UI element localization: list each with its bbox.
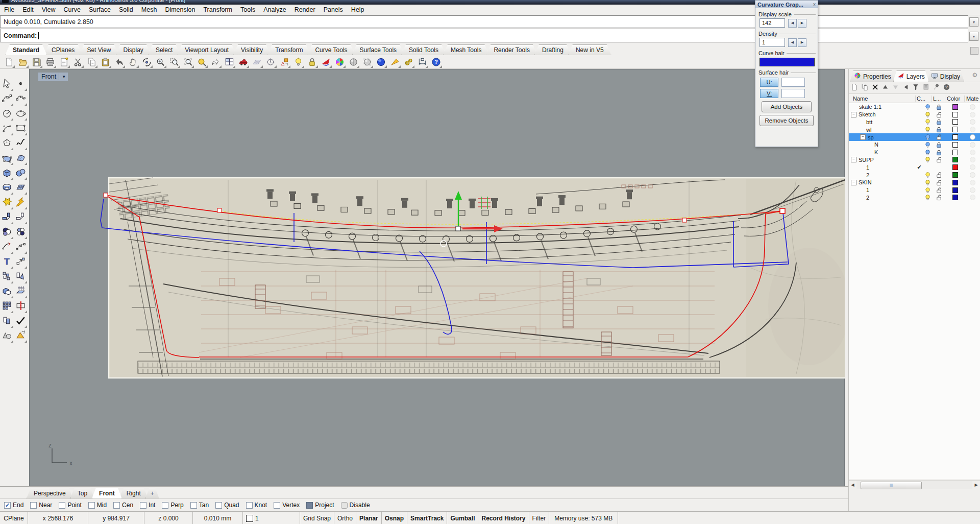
layer-lock-icon[interactable] <box>932 134 945 140</box>
osnap-int-checkbox[interactable] <box>140 502 146 509</box>
front-viewport[interactable]: z x Front ▼ <box>29 69 845 486</box>
status-toggle-gumball[interactable]: Gumball <box>447 512 478 524</box>
move-up-icon[interactable] <box>881 83 889 93</box>
render-sphere-icon[interactable] <box>348 56 359 68</box>
dimension-icon[interactable] <box>416 56 428 68</box>
layer-visibility-bulb-icon[interactable] <box>923 149 932 156</box>
u-hair-color-swatch[interactable] <box>781 78 805 87</box>
toolbar-tab-standard[interactable]: Standard <box>5 44 47 55</box>
scrollbar-track[interactable]: ||| <box>856 481 972 489</box>
zoom-window-icon[interactable] <box>168 56 180 68</box>
open-file-icon[interactable] <box>17 56 29 68</box>
toolbar-tab-solid-tools[interactable]: Solid Tools <box>401 44 446 55</box>
layer-row-1[interactable]: 1 <box>849 186 980 194</box>
scroll-right-icon[interactable]: ▶ <box>972 481 980 489</box>
new-file-icon[interactable] <box>3 56 15 68</box>
layer-color-swatch[interactable] <box>952 150 958 155</box>
solid-union-icon[interactable] <box>0 283 13 298</box>
pan-icon[interactable] <box>127 56 139 68</box>
ellipse-icon[interactable] <box>14 106 27 121</box>
menu-file[interactable]: File <box>0 5 18 14</box>
expand-collapse-icon[interactable]: − <box>860 134 866 140</box>
color-wheel-icon[interactable] <box>334 56 346 68</box>
menu-view[interactable]: View <box>38 5 60 14</box>
check-selection-icon[interactable] <box>14 313 27 328</box>
layer-material-icon[interactable] <box>970 187 975 193</box>
lock-objects-icon[interactable] <box>306 56 318 68</box>
options-gears-icon[interactable] <box>403 56 414 68</box>
layer-row-skin[interactable]: −SKIN <box>849 179 980 186</box>
menu-edit[interactable]: Edit <box>18 5 38 14</box>
layer-row-wl[interactable]: wl <box>849 126 980 133</box>
torus-icon[interactable] <box>0 180 13 195</box>
add-objects-button[interactable]: Add Objects <box>762 101 812 112</box>
viewport-layout-icon[interactable] <box>224 56 235 68</box>
layer-lock-icon[interactable] <box>932 104 945 110</box>
copy-icon[interactable] <box>86 56 97 68</box>
osnap-cen[interactable]: Cen <box>113 502 133 509</box>
layer-color-swatch[interactable] <box>952 164 958 170</box>
boolean-union-icon[interactable] <box>0 195 13 209</box>
layer-lock-icon[interactable] <box>932 172 945 178</box>
layer-color-swatch[interactable] <box>952 157 958 162</box>
menu-render[interactable]: Render <box>290 5 320 14</box>
visibility-icon[interactable] <box>0 313 13 328</box>
column-material[interactable]: Mate <box>965 96 980 102</box>
layer-color-swatch[interactable] <box>952 195 958 200</box>
spotlight-icon[interactable] <box>389 56 401 68</box>
osnap-disable[interactable]: Disable <box>341 502 370 509</box>
interpolate-curve-icon[interactable] <box>14 91 27 106</box>
osnap-quad[interactable]: Quad <box>215 502 239 509</box>
current-layer-check[interactable]: ✔ <box>916 164 923 171</box>
array-icon[interactable] <box>0 298 13 313</box>
osnap-tan-checkbox[interactable] <box>190 502 197 509</box>
circle-icon[interactable] <box>0 106 13 121</box>
scrollbar-thumb[interactable]: ||| <box>861 482 922 489</box>
mirror-icon[interactable] <box>14 269 27 283</box>
display-scale-decrement-icon[interactable]: ◀ <box>788 19 797 28</box>
display-scale-increment-icon[interactable]: ▶ <box>798 19 806 28</box>
save-icon[interactable] <box>31 56 42 68</box>
command-input[interactable]: Command: <box>0 29 968 42</box>
layer-tools-icon[interactable] <box>933 83 940 93</box>
osnap-tan[interactable]: Tan <box>190 502 209 509</box>
toolbar-overflow-icon[interactable] <box>970 47 978 55</box>
rebuild-curve-icon[interactable] <box>14 239 27 254</box>
layer-material-icon[interactable] <box>970 172 975 178</box>
osnap-vertex[interactable]: Vertex <box>274 502 300 509</box>
cage-edit-icon[interactable] <box>14 328 27 343</box>
zoom-dynamic-icon[interactable] <box>155 56 166 68</box>
viewport-tab-front[interactable]: Front <box>92 488 122 498</box>
layer-row-2[interactable]: 2 <box>849 171 980 179</box>
toolbar-tab-viewport-layout[interactable]: Viewport Layout <box>177 44 236 55</box>
status-cplane-button[interactable]: CPlane <box>0 512 28 524</box>
layer-row-n[interactable]: N <box>849 141 980 149</box>
toolbar-tab-surface-tools[interactable]: Surface Tools <box>352 44 405 55</box>
zoom-extents-icon[interactable] <box>196 56 208 68</box>
layer-visibility-bulb-icon[interactable] <box>923 134 932 140</box>
column-current[interactable]: C... <box>916 96 932 102</box>
menu-curve[interactable]: Curve <box>60 5 85 14</box>
layer-lock-icon[interactable] <box>932 187 945 194</box>
layer-material-icon[interactable] <box>970 127 975 132</box>
expand-collapse-icon[interactable]: − <box>851 157 856 162</box>
status-toggle-smarttrack[interactable]: SmartTrack <box>407 512 447 524</box>
arc-icon[interactable] <box>0 121 13 135</box>
viewport-title[interactable]: Front ▼ <box>38 73 68 81</box>
status-toggle-grid-snap[interactable]: Grid Snap <box>300 512 334 524</box>
new-layer-icon[interactable] <box>851 83 859 93</box>
undo-icon[interactable] <box>113 56 125 68</box>
osnap-quad-checkbox[interactable] <box>215 502 222 509</box>
layer-row-sketch[interactable]: −Sketch <box>849 111 980 118</box>
layer-visibility-bulb-icon[interactable] <box>923 179 932 186</box>
filter-layers-icon[interactable] <box>912 83 920 93</box>
menu-transform[interactable]: Transform <box>199 5 236 14</box>
scroll-left-icon[interactable]: ◀ <box>849 481 856 489</box>
layer-visibility-bulb-icon[interactable] <box>923 111 932 118</box>
osnap-project-checkbox[interactable] <box>306 502 313 509</box>
layer-material-icon[interactable] <box>970 164 975 170</box>
osnap-end-checkbox[interactable]: ✓ <box>4 502 11 509</box>
layer-visibility-bulb-icon[interactable] <box>923 194 932 201</box>
point-icon[interactable] <box>14 76 27 91</box>
mesh-plane-icon[interactable] <box>14 180 27 195</box>
